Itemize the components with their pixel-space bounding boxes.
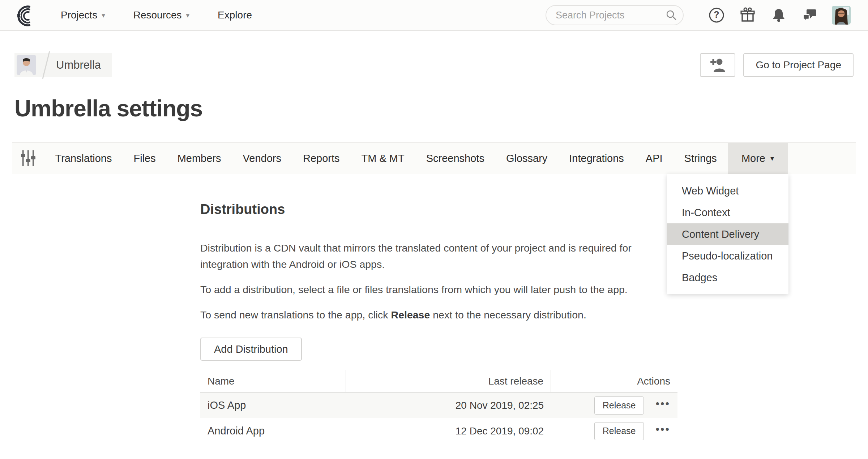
caret-down-icon: ▾ bbox=[186, 12, 190, 19]
tab-glossary[interactable]: Glossary bbox=[495, 143, 558, 174]
top-navbar: Projects ▾ Resources ▾ Explore ? bbox=[0, 0, 868, 31]
nav-projects[interactable]: Projects ▾ bbox=[61, 9, 105, 21]
svg-text:?: ? bbox=[714, 9, 719, 20]
tab-strings[interactable]: Strings bbox=[674, 143, 728, 174]
row-actions: Release ••• bbox=[551, 396, 677, 415]
tab-settings[interactable] bbox=[12, 143, 44, 174]
help-button[interactable]: ? bbox=[707, 6, 726, 24]
tab-integrations[interactable]: Integrations bbox=[558, 143, 635, 174]
column-header-actions: Actions bbox=[551, 370, 677, 392]
description-paragraph-1: Distribution is a CDN vault that mirrors… bbox=[200, 240, 665, 273]
column-header-last-release: Last release bbox=[346, 370, 551, 392]
messages-button[interactable] bbox=[801, 6, 819, 24]
tab-more[interactable]: More ▾ bbox=[728, 143, 788, 174]
row-menu-icon[interactable]: ••• bbox=[655, 398, 670, 413]
tab-vendors[interactable]: Vendors bbox=[232, 143, 292, 174]
nav-explore[interactable]: Explore bbox=[218, 9, 252, 21]
nav-resources-label: Resources bbox=[133, 9, 182, 21]
nav-explore-label: Explore bbox=[218, 9, 252, 21]
tab-screenshots[interactable]: Screenshots bbox=[415, 143, 495, 174]
row-actions: Release ••• bbox=[551, 422, 677, 440]
release-button[interactable]: Release bbox=[594, 396, 644, 415]
menu-item-in-context[interactable]: In-Context bbox=[667, 202, 788, 223]
breadcrumb-project-name: Umbrella bbox=[56, 59, 101, 72]
tab-more-label: More bbox=[741, 153, 765, 164]
nav-resources[interactable]: Resources ▾ bbox=[133, 9, 189, 21]
help-icon: ? bbox=[708, 7, 725, 24]
gift-button[interactable] bbox=[739, 6, 757, 24]
distribution-name: Android App bbox=[200, 425, 346, 437]
distributions-table: Name Last release Actions iOS App 20 Nov… bbox=[200, 370, 677, 444]
chat-icon bbox=[801, 7, 818, 24]
menu-item-web-widget[interactable]: Web Widget bbox=[667, 180, 788, 202]
release-keyword: Release bbox=[391, 309, 430, 321]
distribution-last-release: 20 Nov 2019, 02:25 bbox=[346, 400, 551, 411]
menu-item-content-delivery[interactable]: Content Delivery bbox=[667, 223, 788, 245]
sliders-icon bbox=[20, 149, 37, 168]
page-title: Umbrella settings bbox=[14, 95, 854, 122]
menu-item-badges[interactable]: Badges bbox=[667, 267, 788, 288]
header-actions: Go to Project Page bbox=[700, 53, 854, 77]
project-search bbox=[546, 5, 684, 25]
bell-icon bbox=[770, 7, 787, 24]
search-icon bbox=[666, 9, 677, 21]
breadcrumb-separator bbox=[42, 51, 50, 79]
user-avatar[interactable] bbox=[832, 6, 851, 25]
release-button[interactable]: Release bbox=[594, 422, 644, 440]
add-distribution-button[interactable]: Add Distribution bbox=[200, 338, 302, 361]
go-to-project-page-button[interactable]: Go to Project Page bbox=[743, 53, 854, 77]
distribution-last-release: 12 Dec 2019, 09:02 bbox=[346, 425, 551, 437]
tab-files[interactable]: Files bbox=[123, 143, 166, 174]
caret-down-icon: ▾ bbox=[770, 155, 774, 162]
tab-members[interactable]: Members bbox=[167, 143, 232, 174]
settings-tabbar: Translations Files Members Vendors Repor… bbox=[12, 142, 856, 174]
table-row: Android App 12 Dec 2019, 09:02 Release •… bbox=[200, 418, 677, 444]
gift-icon bbox=[739, 7, 756, 24]
nav-projects-label: Projects bbox=[61, 9, 97, 21]
breadcrumb-row: Umbrella Go to Project Page bbox=[14, 53, 854, 77]
crowdin-logo-icon[interactable] bbox=[14, 3, 38, 27]
search-input[interactable] bbox=[546, 5, 684, 25]
menu-item-pseudo-localization[interactable]: Pseudo-localization bbox=[667, 245, 788, 267]
section-divider bbox=[200, 224, 677, 224]
tab-api[interactable]: API bbox=[635, 143, 674, 174]
notifications-button[interactable] bbox=[770, 6, 788, 24]
column-header-name: Name bbox=[200, 370, 346, 392]
table-row: iOS App 20 Nov 2019, 02:25 Release ••• bbox=[200, 392, 677, 418]
invite-people-button[interactable] bbox=[700, 53, 735, 77]
table-header-row: Name Last release Actions bbox=[200, 370, 677, 392]
tab-translations[interactable]: Translations bbox=[44, 143, 123, 174]
section-title: Distributions bbox=[200, 202, 677, 217]
tab-tm-mt[interactable]: TM & MT bbox=[350, 143, 415, 174]
distributions-panel: Distributions Distribution is a CDN vaul… bbox=[200, 202, 677, 444]
caret-down-icon: ▾ bbox=[102, 12, 105, 19]
project-owner-avatar bbox=[17, 55, 36, 75]
distribution-name: iOS App bbox=[200, 399, 346, 411]
description-paragraph-2: To add a distribution, select a file or … bbox=[200, 282, 665, 298]
go-to-project-page-label: Go to Project Page bbox=[756, 59, 841, 71]
person-add-icon bbox=[708, 56, 727, 74]
more-dropdown-menu: Web Widget In-Context Content Delivery P… bbox=[667, 174, 788, 294]
description-paragraph-3: To send new translations to the app, cli… bbox=[200, 307, 665, 323]
row-menu-icon[interactable]: ••• bbox=[655, 424, 670, 438]
tab-reports[interactable]: Reports bbox=[292, 143, 351, 174]
breadcrumb[interactable]: Umbrella bbox=[14, 53, 112, 77]
